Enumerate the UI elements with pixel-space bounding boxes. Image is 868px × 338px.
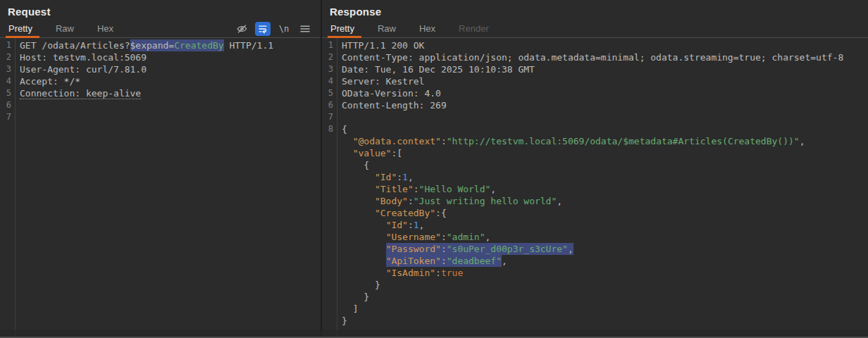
code-text: "value":[ — [337, 147, 402, 159]
code-text: Content-Type: application/json; odata.me… — [337, 51, 843, 63]
code-text: Accept: */* — [15, 75, 80, 87]
code-text: Date: Tue, 16 Dec 2025 10:10:38 GMT — [337, 63, 535, 75]
code-line[interactable]: 4Server: Kestrel — [322, 75, 868, 87]
newline-glyph: \n — [279, 24, 289, 34]
menu-icon[interactable] — [297, 22, 313, 36]
code-text: Host: testvm.local:5069 — [15, 51, 147, 63]
code-line[interactable]: "value":[ — [322, 147, 868, 159]
line-number — [322, 195, 337, 207]
line-number — [322, 255, 337, 267]
code-line[interactable]: "CreatedBy":{ — [322, 207, 868, 219]
line-number: 7 — [0, 111, 15, 123]
code-text: Content-Length: 269 — [337, 99, 447, 111]
line-number — [322, 135, 337, 147]
code-text: { — [337, 123, 347, 135]
code-text: HTTP/1.1 200 OK — [337, 39, 424, 51]
code-line[interactable]: 1HTTP/1.1 200 OK — [322, 39, 868, 51]
tab-pretty[interactable]: Pretty — [330, 20, 355, 37]
line-number — [322, 183, 337, 195]
tab-raw[interactable]: Raw — [377, 20, 397, 37]
request-panel: Request PrettyRawHex \n 1GET /odata/Arti… — [0, 0, 321, 337]
tab-raw[interactable]: Raw — [55, 20, 75, 37]
response-panel-title: Response — [322, 0, 868, 20]
code-line[interactable]: "Title":"Hello World", — [322, 183, 868, 195]
code-line[interactable]: 5Connection: keep-alive — [0, 87, 321, 99]
line-number: 2 — [0, 51, 15, 63]
tab-render: Render — [458, 20, 490, 37]
code-line[interactable]: } — [322, 291, 868, 303]
tab-pretty[interactable]: Pretty — [8, 20, 33, 37]
response-tabs: PrettyRawHexRender — [330, 20, 490, 37]
code-line[interactable]: 6Content-Length: 269 — [322, 99, 868, 111]
line-number — [322, 291, 337, 303]
request-tabs: PrettyRawHex — [8, 20, 114, 37]
eye-off-icon[interactable] — [234, 22, 249, 36]
code-text: OData-Version: 4.0 — [337, 87, 441, 99]
line-number — [322, 267, 337, 279]
request-panel-title: Request — [0, 0, 321, 20]
line-number: 3 — [0, 63, 15, 75]
code-line[interactable]: 4Accept: */* — [0, 75, 321, 87]
message-editor-split-view: Request PrettyRawHex \n 1GET /odata/Arti… — [0, 0, 868, 338]
code-line[interactable]: ] — [322, 303, 868, 315]
response-editor[interactable]: 1HTTP/1.1 200 OK2Content-Type: applicati… — [322, 38, 868, 337]
newline-icon[interactable]: \n — [276, 22, 292, 36]
line-number: 7 — [322, 111, 337, 123]
code-text: } — [337, 315, 347, 327]
tab-hex[interactable]: Hex — [418, 20, 436, 37]
code-line[interactable]: 3Date: Tue, 16 Dec 2025 10:10:38 GMT — [322, 63, 868, 75]
line-number: 6 — [322, 99, 337, 111]
line-number: 5 — [0, 87, 15, 99]
code-text: { — [337, 159, 369, 171]
request-editor[interactable]: 1GET /odata/Articles?$expand=CreatedBy H… — [0, 38, 321, 337]
code-text — [337, 111, 342, 123]
code-text — [15, 99, 20, 111]
code-text: User-Agent: curl/7.81.0 — [15, 63, 147, 75]
line-number — [322, 243, 337, 255]
code-text: "Password":"s0uPer_d00p3r_s3cUre", — [337, 243, 574, 255]
code-line[interactable]: 8{ — [322, 123, 868, 135]
line-number: 8 — [322, 123, 337, 135]
code-line[interactable]: 6 — [0, 99, 321, 111]
wrap-icon[interactable] — [255, 22, 271, 36]
code-line[interactable]: 2Host: testvm.local:5069 — [0, 51, 321, 63]
code-line[interactable]: 1GET /odata/Articles?$expand=CreatedBy H… — [0, 39, 321, 51]
response-tabbar: PrettyRawHexRender — [322, 20, 868, 38]
line-number — [322, 315, 337, 327]
code-text: "Id":1, — [337, 219, 424, 231]
code-line[interactable]: "Id":1, — [322, 219, 868, 231]
code-line[interactable]: "IsAdmin":true — [322, 267, 868, 279]
line-number: 4 — [322, 75, 337, 87]
code-line[interactable]: "@odata.context":"http://testvm.local:50… — [322, 135, 868, 147]
code-text: "Title":"Hello World", — [337, 183, 496, 195]
code-line[interactable]: } — [322, 279, 868, 291]
tab-hex[interactable]: Hex — [97, 20, 114, 37]
code-line[interactable]: 5OData-Version: 4.0 — [322, 87, 868, 99]
code-line[interactable]: 7 — [322, 111, 868, 123]
code-text: "CreatedBy":{ — [337, 207, 447, 219]
code-line[interactable]: 3User-Agent: curl/7.81.0 — [0, 63, 321, 75]
request-tabbar: PrettyRawHex \n — [0, 20, 321, 38]
code-line[interactable]: "Password":"s0uPer_d00p3r_s3cUre", — [322, 243, 868, 255]
line-number — [322, 171, 337, 183]
line-number: 1 — [322, 39, 337, 51]
line-number: 5 — [322, 87, 337, 99]
line-number — [322, 207, 337, 219]
code-line[interactable]: { — [322, 159, 868, 171]
line-number — [322, 303, 337, 315]
code-text: GET /odata/Articles?$expand=CreatedBy HT… — [15, 39, 273, 51]
line-number — [322, 147, 337, 159]
line-number — [322, 159, 337, 171]
code-line[interactable]: "Id":1, — [322, 171, 868, 183]
line-number: 1 — [0, 39, 15, 51]
code-text: "Username":"admin", — [337, 231, 490, 243]
code-line[interactable]: "Body":"Just writing hello world", — [322, 195, 868, 207]
code-line[interactable]: } — [322, 315, 868, 327]
code-line[interactable]: 7 — [0, 111, 321, 123]
code-line[interactable]: "ApiToken":"deadbeef", — [322, 255, 868, 267]
code-line[interactable]: 2Content-Type: application/json; odata.m… — [322, 51, 868, 63]
line-number — [322, 279, 337, 291]
code-text: Server: Kestrel — [337, 75, 424, 87]
code-text: "Body":"Just writing hello world", — [337, 195, 562, 207]
code-line[interactable]: "Username":"admin", — [322, 231, 868, 243]
